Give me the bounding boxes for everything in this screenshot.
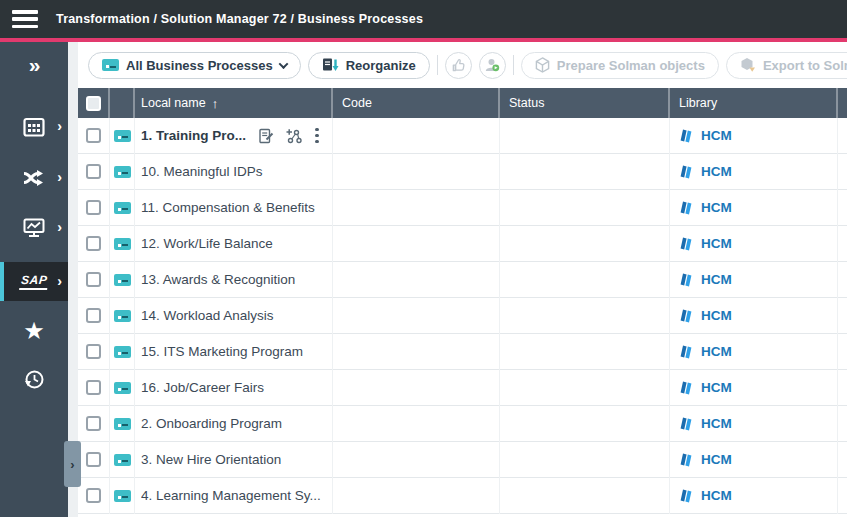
edit-attributes-icon[interactable] (258, 128, 274, 144)
row-actions (258, 126, 321, 146)
business-process-icon (102, 59, 119, 71)
code-cell (333, 154, 500, 190)
row-checkbox[interactable] (86, 452, 101, 467)
status-cell (500, 298, 670, 334)
library-name: HCM (701, 308, 732, 323)
sidebar-item-calendar[interactable]: › (0, 107, 68, 147)
reorganize-label: Reorganize (346, 58, 416, 73)
header-extra-column (838, 88, 847, 118)
sap-logo-icon: SAP (19, 273, 49, 290)
library-name: HCM (701, 344, 732, 359)
business-process-icon (114, 454, 131, 466)
header-local-name[interactable]: Local name ↑ (135, 88, 333, 118)
row-checkbox[interactable] (86, 344, 101, 359)
process-name: 3. New Hire Orientation (141, 452, 281, 467)
status-cell (500, 190, 670, 226)
table-row[interactable]: 13. Awards & Recognition HCM (78, 262, 847, 298)
select-all-cell (78, 88, 110, 118)
row-checkbox[interactable] (86, 236, 101, 251)
table-row[interactable]: 11. Compensation & Benefits HCM (78, 190, 847, 226)
process-name: 12. Work/Life Balance (141, 236, 273, 251)
sidebar-item-sap-selected[interactable]: SAP › (0, 262, 68, 301)
sidebar-item-dashboard[interactable]: › (0, 208, 68, 248)
library-name: HCM (701, 452, 732, 467)
header-status[interactable]: Status (500, 88, 670, 118)
history-clock-icon (23, 368, 46, 391)
row-checkbox[interactable] (86, 164, 101, 179)
status-cell (500, 334, 670, 370)
library-link[interactable]: HCM (679, 164, 732, 179)
approve-button[interactable] (445, 52, 472, 79)
sidebar-item-history[interactable] (0, 359, 68, 399)
library-link[interactable]: HCM (679, 272, 732, 287)
status-cell (500, 226, 670, 262)
row-checkbox[interactable] (86, 128, 101, 143)
table-row[interactable]: 1. Training Pro... (78, 118, 847, 154)
process-name: 13. Awards & Recognition (141, 272, 295, 287)
toolbar-separator (437, 55, 438, 75)
table-row[interactable]: 4. Learning Management Sy... HCM (78, 478, 847, 514)
reorganize-button[interactable]: Reorganize (308, 52, 430, 79)
status-cell (500, 118, 670, 154)
sidebar-expand-button[interactable]: » (0, 50, 68, 80)
sidebar-item-processes[interactable]: › (0, 158, 68, 198)
export-cube-icon (740, 57, 756, 73)
business-process-icon (114, 166, 131, 178)
row-checkbox[interactable] (86, 416, 101, 431)
sidebar-item-favorites[interactable]: ★ (0, 311, 68, 351)
table-row[interactable]: 3. New Hire Orientation HCM (78, 442, 847, 478)
library-books-icon (679, 272, 694, 287)
monitor-chart-icon (23, 218, 45, 238)
export-solman-button[interactable]: Export to Solman (726, 52, 847, 79)
library-link[interactable]: HCM (679, 452, 732, 467)
library-link[interactable]: HCM (679, 416, 732, 431)
row-checkbox[interactable] (86, 308, 101, 323)
header-library[interactable]: Library (670, 88, 838, 118)
library-link[interactable]: HCM (679, 128, 732, 143)
library-link[interactable]: HCM (679, 488, 732, 503)
assign-user-button[interactable] (479, 52, 506, 79)
library-link[interactable]: HCM (679, 308, 732, 323)
chevron-right-icon: › (57, 119, 62, 133)
hamburger-menu-icon[interactable] (12, 10, 38, 28)
double-chevron-icon: » (29, 53, 40, 77)
add-diagram-icon[interactable] (285, 128, 302, 144)
table-row[interactable]: 14. Workload Analysis HCM (78, 298, 847, 334)
code-cell (333, 334, 500, 370)
table-row[interactable]: 2. Onboarding Program HCM (78, 406, 847, 442)
process-name: 1. Training Pro... (141, 128, 246, 143)
library-link[interactable]: HCM (679, 236, 732, 251)
select-all-checkbox[interactable] (86, 96, 101, 111)
library-name: HCM (701, 200, 732, 215)
table-row[interactable]: 16. Job/Career Fairs HCM (78, 370, 847, 406)
sidebar: » › › (0, 42, 68, 517)
library-link[interactable]: HCM (679, 380, 732, 395)
process-name: 2. Onboarding Program (141, 416, 282, 431)
library-name: HCM (701, 164, 732, 179)
library-books-icon (679, 452, 694, 467)
toolbar-separator (513, 55, 514, 75)
code-cell (333, 118, 500, 154)
header-code[interactable]: Code (333, 88, 500, 118)
calendar-icon (23, 117, 45, 137)
library-link[interactable]: HCM (679, 344, 732, 359)
shuffle-icon (23, 169, 45, 187)
process-name: 11. Compensation & Benefits (141, 200, 315, 215)
reorganize-icon (322, 57, 339, 73)
chevron-right-icon: › (57, 170, 62, 184)
row-checkbox[interactable] (86, 272, 101, 287)
row-checkbox[interactable] (86, 380, 101, 395)
panel-splitter-handle[interactable]: › (64, 441, 81, 487)
status-cell (500, 478, 670, 514)
view-selector-dropdown[interactable]: All Business Processes (88, 52, 301, 79)
library-books-icon (679, 308, 694, 323)
row-menu-kebab-icon[interactable] (313, 126, 321, 146)
table-row[interactable]: 12. Work/Life Balance HCM (78, 226, 847, 262)
library-books-icon (679, 380, 694, 395)
row-checkbox[interactable] (86, 200, 101, 215)
row-checkbox[interactable] (86, 488, 101, 503)
prepare-solman-button[interactable]: Prepare Solman objects (521, 52, 719, 79)
table-row[interactable]: 10. Meaningful IDPs HCM (78, 154, 847, 190)
library-link[interactable]: HCM (679, 200, 732, 215)
table-row[interactable]: 15. ITS Marketing Program HCM (78, 334, 847, 370)
